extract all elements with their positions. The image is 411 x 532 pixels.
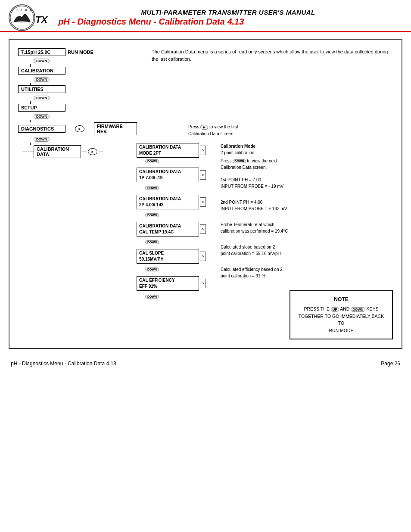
screen-6-gt: >	[200, 279, 206, 288]
screen-6-subtitle: EFF 91%	[139, 283, 196, 289]
menu-item-setup: SETUP	[18, 104, 65, 112]
screen-1-gt: >	[200, 146, 206, 155]
down-btn-s6[interactable]: DOWN	[145, 295, 159, 299]
desc-1-value: 2 point calibration	[221, 149, 393, 156]
press-instruction: Press ► to view the first Calibration Da…	[188, 124, 238, 137]
run-mode-label: RUN MODE	[68, 50, 93, 55]
diagram-box: 7.15pH 25.0C RUN MODE DOWN CALIBRATION D…	[9, 39, 402, 349]
screen-box-4: CALIBRATION DATA CAL TEMP 19.4C	[137, 222, 199, 236]
desc-2-title: 1st POINT PH = 7.00	[221, 177, 393, 183]
description-text: The Calibration Data menu is a series of…	[152, 49, 388, 62]
screen-descriptions: Calibration Mode 2 point calibration Pre…	[221, 143, 393, 284]
screen-box-3: CALIBRATION DATA 2P 4.00/ 143	[137, 195, 199, 209]
enter-connector-1: ►	[75, 125, 84, 132]
screen-row-5: CAL SLOPE 59.16MV/PH >	[137, 249, 206, 264]
desc-1-title: Calibration Mode	[221, 143, 393, 149]
screen-row-4: CALIBRATION DATA CAL TEMP 19.4C >	[137, 222, 206, 236]
screen-2-gt: >	[200, 170, 206, 180]
desc-6-value: point calibration = 91 %	[221, 273, 393, 279]
footer-right: Page 26	[381, 361, 400, 367]
screen-4-gt: >	[200, 224, 206, 234]
note-content: PRESS THE UP AND DOWN KEYS TOGETHER TO G…	[296, 305, 387, 334]
screen-2-title: CALIBRATION DATA	[139, 169, 196, 175]
header-sub-title: pH - Diagnostics Menu - Calibration Data…	[58, 17, 402, 27]
screen-1-subtitle: MODE 2PT	[139, 150, 196, 156]
main-content: 7.15pH 25.0C RUN MODE DOWN CALIBRATION D…	[0, 32, 411, 353]
screen-5-subtitle: 59.16MV/PH	[139, 256, 196, 262]
header-titles: MULTI-PARAMETER TRANSMITTER USER'S MANUA…	[54, 9, 402, 27]
menu-tree: 7.15pH 25.0C RUN MODE DOWN CALIBRATION D…	[18, 48, 104, 158]
down-btn-3[interactable]: DOWN	[34, 96, 50, 100]
menu-item-calibration: CALIBRATION	[18, 67, 65, 75]
screen-box-2: CALIBRATION DATA 1P 7.00/ -19	[137, 168, 199, 182]
note-title: NOTE	[296, 296, 387, 304]
desc-4-title: Probe Temperature at which	[221, 221, 393, 228]
footer: pH - Diagnostics Menu - Calibration Data…	[0, 355, 411, 372]
desc-5-value: point calibration = 59.16 mV/pH	[221, 250, 393, 257]
screen-box-5: CAL SLOPE 59.16MV/PH	[137, 249, 199, 264]
screen-6-title: CAL EFFICIENCY	[139, 277, 196, 283]
shark-logo: S H A R K	[9, 4, 35, 31]
desc-block-3: 2nd POINT PH = 4.00 INPUT FROM PROBE = +…	[221, 199, 393, 212]
desc-block-2: 1st POINT PH = 7.00 INPUT FROM PROBE = -…	[221, 177, 393, 190]
screen-5-title: CAL SLOPE	[139, 250, 196, 256]
enter-connector-2: ►	[88, 148, 97, 155]
down-btn-s2[interactable]: DOWN	[145, 186, 159, 190]
desc-3-value: INPUT FROM PROBE = + 143 mV	[221, 205, 393, 212]
logo-area: S H A R K TX	[9, 4, 50, 31]
screen-row-3: CALIBRATION DATA 2P 4.00/ 143 >	[137, 195, 206, 209]
firmware-rev-label: FIRMWARE REV.	[94, 122, 137, 135]
menu-item-diagnostics: DIAGNOSTICS	[18, 125, 65, 133]
screen-2-subtitle: 1P 7.00/ -19	[139, 175, 196, 181]
cal-screens-column: CALIBRATION DATA MODE 2PT > DOWN CALIBRA…	[137, 143, 206, 303]
desc-3-title: 2nd POINT PH = 4.00	[221, 199, 393, 205]
desc-6-title: Calculated efficiency based on 2	[221, 266, 393, 273]
footer-left: pH - Diagnostics Menu - Calibration Data…	[11, 361, 116, 367]
screen-4-title: CALIBRATION DATA	[139, 223, 196, 229]
screen-5-gt: >	[200, 252, 206, 261]
down-btn-1[interactable]: DOWN	[34, 59, 50, 63]
desc-block-4: Probe Temperature at which calibration w…	[221, 221, 393, 234]
screen-row-2: CALIBRATION DATA 1P 7.00/ -19 >	[137, 168, 206, 182]
screen-row-6: CAL EFFICIENCY EFF 91% >	[137, 276, 206, 291]
description-area: The Calibration Data menu is a series of…	[152, 48, 393, 62]
desc-2-value: INPUT FROM PROBE = - 19 mV	[221, 183, 393, 190]
screen-box-1: CALIBRATION DATA MODE 2PT	[137, 143, 199, 158]
down-btn-2[interactable]: DOWN	[34, 77, 50, 82]
desc-4-value: calibration was performed = 19.4°C	[221, 228, 393, 234]
desc-block-1: Calibration Mode 2 point calibration Pre…	[221, 143, 393, 171]
page-header: S H A R K TX MULTI-PARAMETER TRANSMITTER…	[0, 0, 411, 32]
cal-data-menu-item: CALIBRATION DATA	[34, 145, 81, 158]
menu-item-run: 7.15pH 25.0C	[18, 48, 65, 56]
desc-block-5: Calculated slope based on 2 point calibr…	[221, 244, 393, 257]
desc-1-press: Press DOWN to view the nextCalibration D…	[221, 158, 393, 171]
header-top-title: MULTI-PARAMETER TRANSMITTER USER'S MANUA…	[54, 9, 402, 16]
down-btn-s4[interactable]: DOWN	[145, 240, 159, 244]
down-btn-5[interactable]: DOWN	[34, 137, 50, 142]
down-btn-s1[interactable]: DOWN	[145, 159, 159, 163]
menu-item-utilities: UTILITIES	[18, 85, 65, 93]
desc-5-title: Calculated slope based on 2	[221, 244, 393, 250]
note-box: NOTE PRESS THE UP AND DOWN KEYS TOGETHER…	[290, 290, 393, 339]
screen-4-subtitle: CAL TEMP 19.4C	[139, 229, 196, 235]
screen-3-subtitle: 2P 4.00/ 143	[139, 202, 196, 208]
screen-3-gt: >	[200, 197, 206, 207]
desc-block-6: Calculated efficiency based on 2 point c…	[221, 266, 393, 279]
screen-box-6: CAL EFFICIENCY EFF 91%	[137, 276, 199, 291]
down-btn-4[interactable]: DOWN	[34, 114, 50, 119]
svg-text:S H A R K: S H A R K	[11, 9, 33, 11]
down-btn-s3[interactable]: DOWN	[145, 213, 159, 217]
tx-label: TX	[35, 14, 47, 25]
screen-3-title: CALIBRATION DATA	[139, 196, 196, 202]
down-btn-s5[interactable]: DOWN	[145, 268, 159, 271]
screen-1-title: CALIBRATION DATA	[139, 144, 196, 150]
screen-row-1: CALIBRATION DATA MODE 2PT >	[137, 143, 206, 158]
